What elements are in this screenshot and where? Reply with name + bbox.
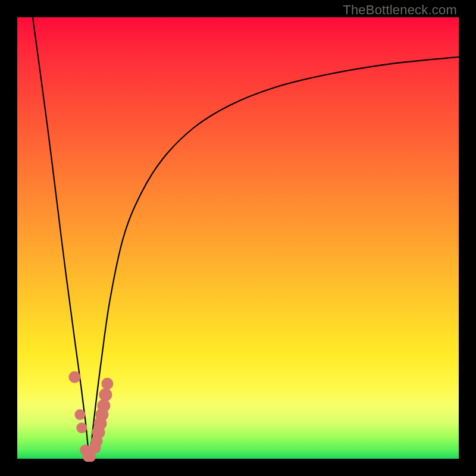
- chart-frame: TheBottleneck.com: [0, 0, 476, 476]
- marker-dot: [76, 422, 87, 433]
- marker-dot: [97, 399, 110, 412]
- plot-area: [17, 17, 459, 459]
- marker-cluster: [68, 371, 113, 462]
- curve-right-branch: [90, 57, 459, 459]
- curve-left-branch: [33, 17, 90, 459]
- marker-dot: [101, 378, 113, 390]
- curve-layer: [17, 17, 459, 459]
- marker-dot: [74, 409, 85, 420]
- marker-dot: [68, 371, 80, 383]
- marker-dot: [99, 388, 112, 401]
- watermark-text: TheBottleneck.com: [343, 2, 457, 18]
